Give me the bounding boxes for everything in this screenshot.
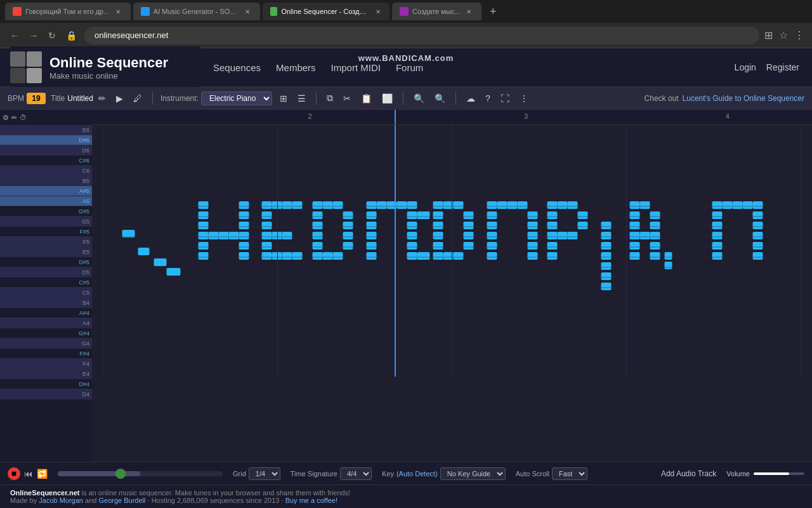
bpm-value[interactable]: 19 [27, 93, 46, 104]
nav-import-midi[interactable]: Import MIDI [331, 62, 381, 73]
piano-key-cs6[interactable]: C#6 [0, 156, 92, 166]
add-audio-button[interactable]: Add Audio Track [661, 469, 716, 478]
piano-key-d5[interactable]: D5 [0, 267, 92, 277]
reload-button[interactable]: ↻ [46, 28, 58, 43]
scroll-thumb [58, 471, 140, 476]
piano-key-as4[interactable]: A#4 [0, 308, 92, 318]
time-sig-select[interactable]: 4/4 [340, 467, 372, 480]
auto-scroll-select[interactable]: Fast [552, 467, 587, 480]
tab-close-1[interactable]: ✕ [113, 6, 123, 17]
piano-key-ds6[interactable]: D#6 [0, 135, 92, 145]
scroll-indicator[interactable] [58, 471, 223, 476]
nav-members[interactable]: Members [276, 62, 316, 73]
key-label-f4: F4 [82, 361, 89, 367]
piano-key-cs5[interactable]: C#5 [0, 277, 92, 288]
new-tab-button[interactable]: + [484, 3, 502, 20]
piano-key-fs5[interactable]: F#5 [0, 227, 92, 237]
piano-key-a4[interactable]: A4 [0, 318, 92, 328]
zoom-out-button[interactable]: 🔍 [411, 92, 427, 105]
piano-key-c5[interactable]: C5 [0, 288, 92, 298]
piano-key-as5[interactable]: A#5 [0, 186, 92, 196]
tab-1[interactable]: Говорящий Том и его др... ✕ [5, 3, 131, 20]
piano-key-e4[interactable]: E4 [0, 369, 92, 379]
piano-key-d4[interactable]: D4 [0, 389, 92, 399]
more-icon[interactable]: ⋮ [794, 29, 804, 41]
footer-site: OnlineSequencer.net [10, 489, 79, 497]
grid-control: Grid 1/4 [233, 467, 280, 480]
settings-icon[interactable]: ⚙ [3, 114, 9, 122]
playhead[interactable] [395, 110, 396, 124]
bpm-area: BPM 19 [8, 93, 46, 104]
beat-marker-4: 4 [726, 112, 730, 120]
tab-close-3[interactable]: ✕ [374, 6, 382, 17]
piano-key-b5[interactable]: B5 [0, 176, 92, 186]
cut-button[interactable]: ✂ [341, 92, 353, 105]
piano-key-e6[interactable]: E6 [0, 125, 92, 135]
help-button[interactable]: ? [483, 92, 493, 105]
pencil-icon[interactable]: ✏ [11, 114, 17, 122]
piano-key-d6[interactable]: D6 [0, 145, 92, 156]
extensions-icon[interactable]: ⊞ [764, 29, 773, 41]
key-label-d4: D4 [82, 391, 89, 398]
loop-button[interactable]: 🔁 [37, 469, 48, 479]
key-select[interactable]: No Key Guide [440, 467, 506, 480]
footer-coffee[interactable]: Buy me a coffee! [285, 497, 337, 504]
footer-author2[interactable]: George Burdell [98, 497, 145, 504]
browser-toolbar-icons: ⊞ ☆ ⋮ [764, 29, 804, 41]
piano-key-f4[interactable]: F4 [0, 359, 92, 369]
clock-icon[interactable]: ⏱ [20, 114, 27, 121]
back-button[interactable]: ← [8, 28, 22, 43]
key-label-g5: G5 [82, 218, 89, 225]
key-label-as4: A#4 [79, 310, 89, 316]
piano-key-ds5[interactable]: D#5 [0, 257, 92, 267]
piano-key-gs5[interactable]: G#5 [0, 206, 92, 217]
edit-title-button[interactable]: ✏ [96, 92, 108, 105]
nav-forum[interactable]: Forum [396, 62, 423, 73]
piano-key-g4[interactable]: G4 [0, 338, 92, 349]
upload-button[interactable]: ☁ [464, 92, 478, 105]
piano-key-b4[interactable]: B4 [0, 298, 92, 308]
instrument-select[interactable]: Electric Piano [201, 91, 272, 105]
tab-4[interactable]: Создате мыс... ✕ [392, 3, 481, 20]
grid-select[interactable]: 1/4 [249, 467, 280, 480]
address-bar: ← → ↻ 🔒 ⊞ ☆ ⋮ [0, 23, 812, 48]
piano-key-gs4[interactable]: G#4 [0, 328, 92, 338]
footer-author1[interactable]: Jacob Morgan [39, 497, 83, 504]
piano-key-fs4[interactable]: F#4 [0, 349, 92, 359]
piano-key-ds4[interactable]: D#4 [0, 379, 92, 389]
zoom-in-button[interactable]: 🔍 [432, 92, 448, 105]
register-link[interactable]: Register [766, 62, 799, 72]
volume-slider[interactable] [754, 472, 804, 475]
piano-key-c6[interactable]: C6 [0, 166, 92, 176]
login-link[interactable]: Login [735, 62, 756, 72]
piano-key-e5[interactable]: E5 [0, 247, 92, 257]
address-input[interactable] [84, 27, 759, 44]
key-label-a5: A5 [82, 198, 89, 204]
piano-key-a5[interactable]: A5 [0, 196, 92, 206]
stop-button[interactable]: ■ [8, 467, 20, 480]
piano-key-g5[interactable]: G5 [0, 217, 92, 227]
tab-3[interactable]: Online Sequencer - Создате мыс... ✕ [263, 3, 390, 20]
piano-key-f5[interactable]: F5 [0, 237, 92, 247]
more-options-button[interactable]: ⋮ [517, 92, 531, 105]
tab-close-4[interactable]: ✕ [464, 6, 474, 17]
tab-close-2[interactable]: ✕ [242, 6, 252, 17]
fullscreen-button[interactable]: ⛶ [498, 92, 512, 105]
grid-tool[interactable]: ⊞ [277, 92, 290, 105]
paste-button[interactable]: 📋 [358, 92, 374, 105]
tab-2[interactable]: AI Music Generator - SOU... ✕ [133, 3, 260, 20]
forward-button[interactable]: → [27, 28, 41, 43]
lucent-link[interactable]: Lucent's Guide to Online Sequencer [683, 94, 804, 103]
select-all-button[interactable]: ⬜ [379, 92, 395, 105]
select-tool[interactable]: ▶ [114, 92, 126, 105]
key-label-ds4: D#4 [79, 381, 89, 387]
nav-sequences[interactable]: Sequences [213, 62, 261, 73]
skip-button[interactable]: ⏮ [24, 469, 33, 479]
grid-area[interactable]: 2 3 4 [92, 110, 812, 462]
title-value[interactable]: Untitled [67, 94, 93, 103]
copy-button[interactable]: ⧉ [324, 91, 336, 105]
paint-tool[interactable]: 🖊 [131, 92, 145, 105]
bookmark-icon[interactable]: ☆ [779, 29, 788, 41]
separator-2 [316, 92, 317, 105]
list-tool[interactable]: ☰ [295, 92, 308, 105]
